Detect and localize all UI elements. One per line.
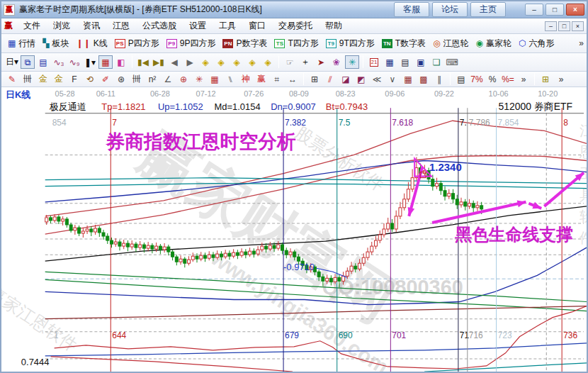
quotes-button[interactable]: ▦行情 [4,36,39,51]
chart-area[interactable]: 赢家财富网www.yingjia360.comQQ:100800360赢家江恩软… [1,87,587,372]
menu-item-5[interactable]: 设置 [183,18,213,33]
p-square-button[interactable]: PSP四方形 [111,36,163,51]
info-panel-icon[interactable]: ▤ [36,55,50,69]
fan-box-icon[interactable]: ◪ [339,72,353,86]
calculator-icon[interactable]: ▦ [383,55,397,69]
menu-item-0[interactable]: 文件 [17,18,47,33]
gold-section-icon[interactable]: 金 [52,72,66,86]
calendar-icon[interactable]: 21 [367,55,381,69]
next-page-icon[interactable]: ▶ [183,55,197,69]
prev-page-icon[interactable]: ◀ [167,55,181,69]
angle-tool-icon[interactable]: ∠ [161,72,175,86]
menu-item-1[interactable]: 浏览 [47,18,77,33]
titlebar-button-1[interactable]: 论坛 [432,2,468,17]
compress-all-icon[interactable]: ◈ [261,55,275,69]
gann-grid-icon[interactable]: ⊞ [307,72,322,86]
t-square-button[interactable]: TST四方形 [271,36,322,51]
fan-lines-icon[interactable]: ⫽ [323,72,337,86]
square-of-nine-icon[interactable]: n² [145,72,159,86]
kline-style-dropdown[interactable]: 日▾ [5,55,19,69]
hand-tool-icon[interactable]: ☞ [283,55,297,69]
p9-square-button[interactable]: P99P四方形 [163,36,220,51]
shen-tool-icon[interactable]: 神 [239,72,253,86]
window-switch-icon[interactable]: ⧉ [21,55,35,69]
menu-item-9[interactable]: 帮助 [319,18,349,33]
percent-icon[interactable]: % [485,72,499,86]
t9-square-button[interactable]: T99T四方形 [322,36,378,51]
restore-button[interactable]: □ [545,4,564,16]
candle-body [200,255,203,259]
spiral-icon[interactable]: ⟲ [83,72,97,86]
close-button[interactable]: × [566,4,584,16]
mdi-restore-button[interactable]: □ [558,21,570,31]
gann-wheel-button[interactable]: ◎江恩轮 [429,36,472,51]
candle-type-dropdown[interactable]: ❚▾ [83,55,97,69]
menu-item-8[interactable]: 交易委托 [272,18,319,33]
remote-help-icon[interactable]: ⌨ [445,55,459,69]
color-chart-icon[interactable]: ◧ [114,55,128,69]
menu-item-4[interactable]: 公式选股 [136,18,183,33]
compress-bars-icon[interactable]: ◈ [245,55,259,69]
gann-tools-icon[interactable]: ❀ [329,55,344,69]
trend-pen-icon[interactable]: ✎ [5,72,19,86]
v-lines-icon[interactable]: ∨ [385,72,400,86]
percent-levels-icon[interactable]: %= [501,72,515,86]
hexagon-button[interactable]: ⬡六角形 [515,36,558,51]
yellow-grid-icon[interactable]: ⊞ [538,72,553,86]
parallel-lines-icon[interactable]: ∥ [432,72,446,86]
menu-item-7[interactable]: 窗口 [242,18,272,33]
red-grid2-icon[interactable]: ▩ [417,72,431,86]
split-line-icon[interactable]: ⑊ [223,72,237,86]
export-image-icon[interactable]: ❏ [429,55,443,69]
win-tool-icon[interactable]: 赢 [254,72,268,86]
crosshair-icon[interactable]: ＋ [298,55,312,69]
toolbar1-overflow-chevron[interactable]: » [579,38,584,48]
stats-table-icon[interactable]: ▤ [454,72,468,86]
menu-item-2[interactable]: 资讯 [77,18,106,33]
red-grid-icon[interactable]: ▦ [401,72,415,86]
fibonacci-icon[interactable]: F [67,72,81,86]
percent-line-icon[interactable]: 7% [470,72,484,86]
minimize-button[interactable]: – [525,4,543,16]
menu-item-6[interactable]: 工具 [213,18,242,33]
grid-box-icon[interactable]: ⌗ [270,72,284,86]
last-page-icon[interactable]: ▶▮ [152,55,166,69]
wave-3-icon[interactable]: ∿₃ [52,55,66,69]
menu-item-3[interactable]: 江恩 [106,18,136,33]
angle-lines-icon[interactable]: ≪ [370,72,384,86]
winner-wheel-button[interactable]: ◉赢家轮 [473,36,515,51]
pen-ruler-icon[interactable]: ✐ [98,72,113,86]
gann-star-icon[interactable]: ✳ [192,72,206,86]
t-number-table-button[interactable]: TNT数字表 [378,36,429,51]
candle-body [366,252,369,257]
more-chevron-icon[interactable]: » [516,72,531,86]
price-ruler-icon[interactable]: 卌 [130,72,144,86]
notes-icon[interactable]: ▤ [398,55,412,69]
gold-ratio-icon[interactable]: 金 [36,72,50,86]
expand-bars-icon[interactable]: ◈ [230,55,244,69]
titlebar-button-0[interactable]: 客服 [394,2,429,17]
shift-right-icon[interactable]: ◈ [214,55,228,69]
titlebar-button-2[interactable]: 主页 [470,2,506,17]
period-label[interactable]: 日K线 [6,89,30,100]
gann-top-label: 8 [563,118,568,128]
first-page-icon[interactable]: ▮◀ [136,55,150,69]
span-tool-icon[interactable]: ↔ [285,72,300,86]
smart-analysis-icon[interactable]: ✳ [345,55,359,69]
label-pointer-icon[interactable]: ➤ [314,55,328,69]
fan-box2-icon[interactable]: ◩ [354,72,368,86]
chart-mode-icon[interactable]: ▦ [98,55,113,69]
p-number-table-button[interactable]: PNP数字表 [219,36,271,51]
mdi-minimize-button[interactable]: – [545,21,557,31]
more2-chevron-icon[interactable]: » [554,72,568,86]
shift-left-icon[interactable]: ◈ [198,55,213,69]
mdi-close-button[interactable]: × [572,21,584,31]
gann-circle-icon[interactable]: ⊕ [176,72,191,86]
wave-9-icon[interactable]: ∿₉ [67,55,81,69]
gann-box-icon[interactable]: ▦ [208,72,222,86]
sectors-button[interactable]: ▚板块 [39,36,72,51]
save-icon[interactable]: ▣ [414,55,428,69]
kline-button[interactable]: ❙❙K线 [73,36,111,51]
time-ruler-icon[interactable]: 卌 [21,72,35,86]
cycle-ruler-icon[interactable]: ⊛ [114,72,128,86]
